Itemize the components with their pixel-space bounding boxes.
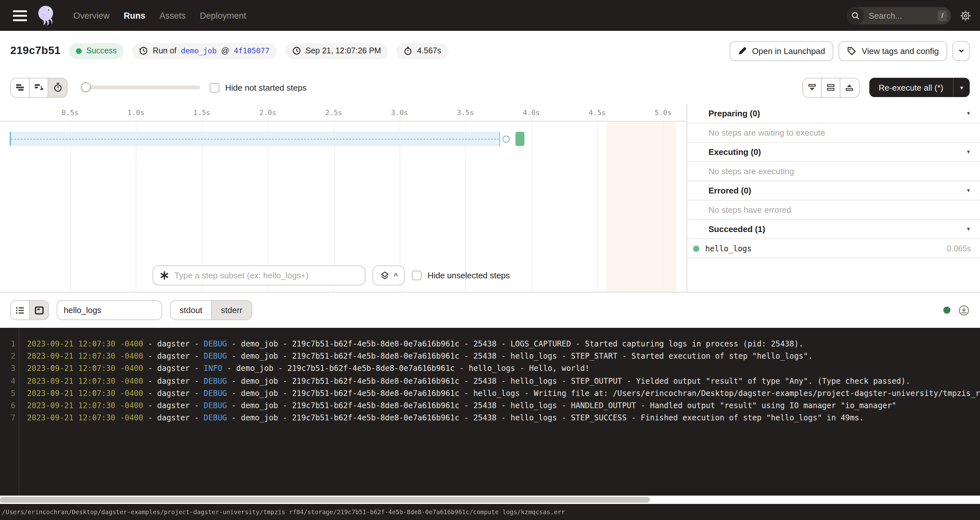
nav-item-overview[interactable]: Overview [67, 7, 116, 24]
collapse-triangle-icon: ▼ [966, 226, 971, 232]
commit-link[interactable]: 4f105077 [234, 46, 270, 55]
zoom-slider[interactable] [82, 86, 200, 89]
step-subset-input[interactable]: Type a step subset (ex: hello_logs+) [153, 265, 366, 285]
panel-step-row[interactable]: hello_logs0.065s [687, 239, 980, 258]
search-icon [847, 7, 864, 24]
horizontal-scrollbar[interactable] [0, 496, 980, 504]
nav-item-assets[interactable]: Assets [153, 7, 192, 24]
panel-section-header[interactable]: Succeeded (1)▼ [687, 220, 980, 239]
workspace: 0.5s1.0s1.5s2.0s2.5s3.0s3.5s4.0s4.5s5.0s… [0, 104, 980, 292]
stopwatch-view-icon [52, 82, 63, 93]
view-timed-button[interactable] [48, 78, 67, 97]
axis-tick-label: 3.0s [391, 109, 408, 117]
view-tags-config-button[interactable]: View tags and config [839, 41, 947, 61]
success-dot-icon [76, 48, 82, 54]
open-in-launchpad-button[interactable]: Open in Launchpad [730, 41, 834, 61]
axis-tick-label: 2.5s [325, 109, 342, 117]
hide-not-started-checkbox[interactable]: Hide not started steps [210, 82, 307, 92]
view-tags-config-label: View tags and config [862, 46, 939, 55]
reexecute-dropdown-button[interactable]: ▾ [953, 78, 970, 97]
gridline [136, 122, 137, 292]
log-filter-input[interactable]: hello_logs [57, 300, 162, 320]
log-timestamp: 2023-09-21 12:07:30 -0400 [27, 339, 143, 349]
zoom-slider-handle[interactable] [81, 82, 91, 92]
step-subset-placeholder: Type a step subset (ex: hello_logs+) [174, 271, 309, 280]
panel-section-header[interactable]: Preparing (0)▼ [687, 104, 980, 124]
hide-unselected-checkbox[interactable]: Hide unselected steps [412, 271, 510, 280]
log-line-number-gutter [0, 328, 19, 496]
view-flat-button[interactable] [11, 78, 30, 97]
log-separator: - dagster - [143, 413, 204, 422]
log-pane[interactable]: 12023-09-21 12:07:30 -0400 - dagster - D… [0, 328, 980, 496]
log-line: 22023-09-21 12:07:30 -0400 - dagster - D… [0, 350, 980, 363]
expand-top-button[interactable] [840, 78, 859, 97]
log-line: 52023-09-21 12:07:30 -0400 - dagster - D… [0, 388, 980, 400]
scrollbar-thumb[interactable] [0, 497, 650, 503]
log-separator: - dagster - [143, 364, 204, 373]
step-subset-row: Type a step subset (ex: hello_logs+) ^ H… [153, 265, 510, 285]
at-separator: @ [221, 46, 229, 55]
log-level: DEBUG [204, 401, 227, 410]
split-even-button[interactable] [821, 78, 840, 97]
hide-not-started-label: Hide not started steps [225, 82, 307, 92]
search-input[interactable]: Search... / [847, 7, 951, 24]
axis-tick-label: 2.0s [259, 109, 276, 117]
log-separator: - dagster - [143, 389, 204, 398]
chevron-down-icon [957, 47, 965, 55]
log-level: DEBUG [204, 352, 227, 361]
stopwatch-icon [404, 46, 412, 55]
timestamp-pill: Sep 21, 12:07:26 PM [285, 43, 388, 59]
tab-stderr[interactable]: stderr [212, 301, 251, 319]
run-of-pill: Run of demo_job @ 4f105077 [132, 43, 277, 59]
panel-section-header[interactable]: Errored (0)▼ [687, 181, 980, 201]
tab-stdout[interactable]: stdout [170, 301, 212, 319]
log-view-mode-group [10, 300, 49, 320]
history-clock-icon [139, 46, 148, 55]
download-log-button[interactable] [958, 304, 970, 316]
log-lines: 12023-09-21 12:07:30 -0400 - dagster - D… [0, 338, 980, 425]
axis-tick-label: 0.5s [62, 109, 78, 117]
stdout-stderr-tabs: stdoutstderr [170, 300, 252, 320]
top-nav: OverviewRunsAssetsDeployment Search... / [0, 0, 980, 31]
checkbox-icon[interactable] [412, 271, 422, 280]
panel-section-header[interactable]: Executing (0)▼ [687, 143, 980, 162]
log-filter-value: hello_logs [64, 305, 101, 315]
graph-query-toggle-button[interactable]: ^ [372, 265, 405, 285]
structured-log-view-button[interactable] [11, 301, 30, 319]
checkbox-icon[interactable] [210, 82, 220, 92]
panel-section-title: Errored (0) [708, 186, 751, 195]
log-line-content: 2023-09-21 12:07:30 -0400 - dagster - DE… [16, 388, 980, 400]
nav-item-deployment[interactable]: Deployment [193, 7, 253, 24]
duration-pill: 4.567s [396, 43, 448, 59]
waterfall-view-icon [33, 82, 44, 93]
gantt-chart: 0.5s1.0s1.5s2.0s2.5s3.0s3.5s4.0s4.5s5.0s… [0, 104, 687, 292]
log-message: - demo_job - 219c7b51-b62f-4e5b-8de8-0e7… [227, 339, 803, 349]
job-link[interactable]: demo_job [181, 46, 217, 55]
menu-icon[interactable] [9, 5, 31, 26]
log-line-content: 2023-09-21 12:07:30 -0400 - dagster - DE… [16, 400, 896, 412]
step-marker-dot [503, 135, 510, 143]
collapse-up-icon [844, 82, 854, 93]
more-actions-button[interactable] [952, 41, 970, 61]
axis-tick-label: 4.5s [589, 109, 606, 117]
step-name: hello_logs [705, 244, 941, 253]
step-status-panel: Preparing (0)▼No steps are waiting to ex… [687, 104, 980, 292]
raw-log-view-button[interactable] [30, 301, 48, 319]
reexecute-all-button[interactable]: Re-execute all (*) [869, 78, 953, 97]
layers-icon [380, 270, 390, 281]
gantt-time-axis: 0.5s1.0s1.5s2.0s2.5s3.0s3.5s4.0s4.5s5.0s [0, 104, 687, 122]
view-waterfall-button[interactable] [30, 78, 48, 97]
axis-tick-label: 3.5s [457, 109, 474, 117]
panel-empty-row: No steps have errored [687, 201, 980, 220]
expand-bottom-button[interactable] [803, 78, 821, 97]
log-level: DEBUG [204, 389, 227, 398]
axis-tick-label: 1.5s [193, 109, 210, 117]
download-icon [958, 304, 970, 316]
capture-status-dot [943, 307, 950, 314]
log-line: 32023-09-21 12:07:30 -0400 - dagster - I… [0, 363, 980, 375]
dagster-logo-icon[interactable] [35, 4, 58, 27]
gear-icon[interactable] [960, 10, 971, 21]
nav-item-runs[interactable]: Runs [118, 7, 152, 24]
step-bar-hello_logs[interactable] [515, 132, 525, 146]
clock-icon [292, 46, 301, 55]
